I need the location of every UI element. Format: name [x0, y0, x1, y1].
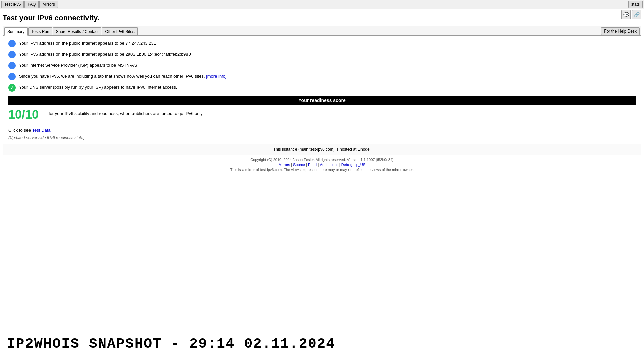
score-banner: Your readiness score [8, 96, 636, 105]
info-row-ipv4: i Your IPv4 address on the public Intern… [8, 40, 636, 47]
info-text-ipv6: Your IPv6 address on the public Internet… [19, 51, 191, 57]
score-section: 10/10 for your IPv6 stability and readin… [8, 105, 636, 124]
footer-link-source[interactable]: Source [293, 163, 305, 167]
content-tab-bar: Summary Tests Run Share Results / Contac… [3, 26, 641, 36]
page-title: Test your IPv6 connectivity. [0, 9, 644, 26]
tab-other-ipv6[interactable]: Other IPv6 Sites [102, 27, 137, 35]
footer-copyright: Copyright (C) 2010, 2024 Jason Fesler. A… [3, 158, 641, 162]
info-icon-4: i [8, 73, 16, 80]
social-icon-1[interactable]: 💬 [621, 10, 631, 19]
footer-mirror-note: This is a mirror of test-ipv6.com. The v… [3, 168, 641, 172]
instance-info: This instance (main.test-ipv6.com) is ho… [3, 144, 641, 155]
info-icon-2: i [8, 51, 16, 58]
updated-note: (Updated server side IPv6 readiness stat… [8, 135, 636, 140]
score-description: for your IPv6 stability and readiness, w… [49, 108, 203, 116]
social-icons-container: 💬 🔗 [621, 10, 641, 19]
info-text-tab: Since you have IPv6, we are including a … [19, 73, 227, 79]
tab-share-results[interactable]: Share Results / Contact [53, 27, 102, 35]
test-data-link[interactable]: Test Data [32, 128, 51, 133]
tab-tests-run[interactable]: Tests Run [28, 27, 52, 35]
info-icon-1: i [8, 40, 16, 47]
footer-link-debug[interactable]: Debug [341, 163, 352, 167]
stats-button[interactable]: stats [628, 1, 643, 8]
footer-link-email[interactable]: Email [308, 163, 317, 167]
info-text-dns: Your DNS server (possibly run by your IS… [19, 84, 177, 90]
footer-link-attributions[interactable]: Attributions [320, 163, 338, 167]
info-text-isp: Your Internet Service Provider (ISP) app… [19, 62, 137, 68]
info-icon-check: ✓ [8, 84, 16, 92]
top-navigation: Test IPv6 FAQ Mirrors stats [0, 0, 644, 9]
click-to-see: Click to see Test Data [8, 128, 636, 133]
score-value: 10/10 [8, 108, 49, 122]
info-row-isp: i Your Internet Service Provider (ISP) a… [8, 62, 636, 69]
more-info-link[interactable]: [more info] [206, 74, 226, 79]
faq-tab[interactable]: FAQ [24, 1, 39, 8]
footer-link-ip-us[interactable]: ip_US [355, 163, 365, 167]
help-desk-button[interactable]: For the Help Desk [601, 27, 640, 35]
footer-link-mirrors[interactable]: Mirrors [279, 163, 290, 167]
info-icon-3: i [8, 62, 16, 69]
social-icon-2[interactable]: 🔗 [632, 10, 641, 19]
main-container: Summary Tests Run Share Results / Contac… [3, 26, 641, 155]
info-row-tab-info: i Since you have IPv6, we are including … [8, 73, 636, 80]
test-ipv6-tab[interactable]: Test IPv6 [1, 1, 24, 8]
content-area: i Your IPv4 address on the public Intern… [3, 36, 641, 144]
footer: Copyright (C) 2010, 2024 Jason Fesler. A… [0, 155, 644, 174]
info-text-ipv4: Your IPv4 address on the public Internet… [19, 40, 156, 46]
info-row-dns: ✓ Your DNS server (possibly run by your … [8, 84, 636, 92]
info-row-ipv6: i Your IPv6 address on the public Intern… [8, 51, 636, 58]
mirrors-tab[interactable]: Mirrors [39, 1, 58, 8]
tab-summary[interactable]: Summary [4, 27, 28, 36]
